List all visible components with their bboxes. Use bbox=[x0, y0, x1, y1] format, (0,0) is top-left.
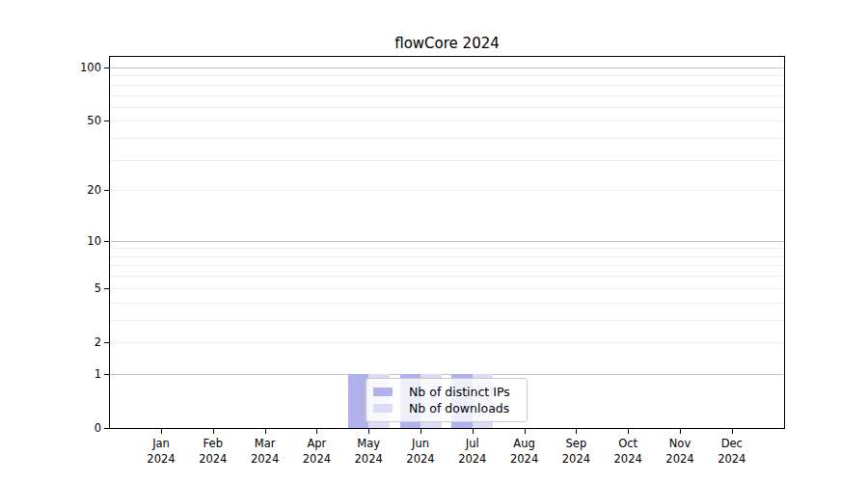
y-tick-mark bbox=[104, 342, 110, 343]
y-tick-label: 0 bbox=[55, 420, 101, 436]
x-tick-label: May 2024 bbox=[339, 436, 397, 467]
gridline-minor bbox=[110, 320, 784, 321]
legend-swatch-distinct-ips-icon bbox=[373, 388, 393, 396]
gridline-minor bbox=[110, 256, 784, 257]
gridline-minor bbox=[110, 342, 784, 343]
gridline-minor bbox=[110, 85, 784, 86]
gridline-major bbox=[110, 67, 784, 68]
x-tick-mark bbox=[265, 428, 266, 434]
gridline-minor bbox=[110, 120, 784, 121]
gridline-minor bbox=[110, 75, 784, 76]
y-tick-label: 2 bbox=[55, 335, 101, 350]
x-tick-label: Apr 2024 bbox=[287, 436, 345, 467]
x-tick-label: Jun 2024 bbox=[392, 436, 449, 467]
y-tick-label: 1 bbox=[55, 366, 101, 382]
legend-label-distinct-ips: Nb of distinct IPs bbox=[409, 385, 510, 400]
y-tick-label: 100 bbox=[55, 60, 101, 75]
legend-swatch-downloads-icon bbox=[373, 404, 393, 413]
x-tick-mark bbox=[420, 428, 421, 434]
x-tick-mark bbox=[732, 428, 733, 434]
legend: Nb of distinct IPs Nb of downloads bbox=[366, 378, 528, 422]
plot-area: flowCore 2024 Nb of distinct IPs Nb of d… bbox=[109, 56, 785, 429]
gridline-minor bbox=[110, 288, 784, 289]
x-tick-label: Feb 2024 bbox=[184, 436, 242, 467]
gridline-minor bbox=[110, 95, 784, 96]
y-tick-mark bbox=[104, 67, 110, 68]
gridline-minor bbox=[110, 107, 784, 108]
x-tick-label: Jul 2024 bbox=[444, 436, 502, 467]
gridline-minor bbox=[110, 138, 784, 139]
y-tick-mark bbox=[104, 374, 110, 375]
x-tick-label: Mar 2024 bbox=[236, 436, 294, 467]
y-tick-mark bbox=[104, 288, 110, 289]
y-tick-mark bbox=[104, 241, 110, 242]
legend-item-downloads: Nb of downloads bbox=[373, 400, 527, 416]
x-tick-mark bbox=[473, 428, 474, 434]
x-tick-label: Jan 2024 bbox=[132, 436, 190, 467]
x-tick-label: Oct 2024 bbox=[599, 436, 657, 467]
x-tick-mark bbox=[680, 428, 681, 434]
y-tick-mark bbox=[104, 120, 110, 121]
y-tick-mark bbox=[104, 190, 110, 191]
gridline-major bbox=[110, 241, 784, 242]
x-tick-mark bbox=[316, 428, 317, 434]
gridline-minor bbox=[110, 276, 784, 277]
y-tick-mark bbox=[104, 428, 110, 429]
figure: flowCore 2024 Nb of distinct IPs Nb of d… bbox=[0, 0, 868, 482]
gridline-minor bbox=[110, 160, 784, 161]
legend-label-downloads: Nb of downloads bbox=[409, 401, 509, 416]
x-tick-mark bbox=[525, 428, 526, 434]
x-tick-label: Aug 2024 bbox=[496, 436, 554, 467]
gridline-major bbox=[110, 374, 784, 375]
x-tick-mark bbox=[213, 428, 214, 434]
gridline-minor bbox=[110, 303, 784, 304]
x-tick-mark bbox=[368, 428, 369, 434]
x-tick-label: Dec 2024 bbox=[703, 436, 761, 467]
x-tick-mark bbox=[161, 428, 162, 434]
y-tick-label: 5 bbox=[55, 281, 101, 296]
x-tick-label: Nov 2024 bbox=[651, 436, 709, 467]
gridline-minor bbox=[110, 248, 784, 249]
x-tick-mark bbox=[576, 428, 577, 434]
gridline-minor bbox=[110, 190, 784, 191]
chart-title: flowCore 2024 bbox=[110, 35, 784, 52]
gridline-minor bbox=[110, 265, 784, 266]
x-tick-mark bbox=[628, 428, 629, 434]
x-tick-label: Sep 2024 bbox=[547, 436, 605, 467]
y-tick-label: 20 bbox=[55, 182, 101, 198]
y-tick-label: 10 bbox=[55, 233, 101, 249]
legend-item-distinct-ips: Nb of distinct IPs bbox=[373, 384, 527, 400]
y-tick-label: 50 bbox=[55, 113, 101, 128]
